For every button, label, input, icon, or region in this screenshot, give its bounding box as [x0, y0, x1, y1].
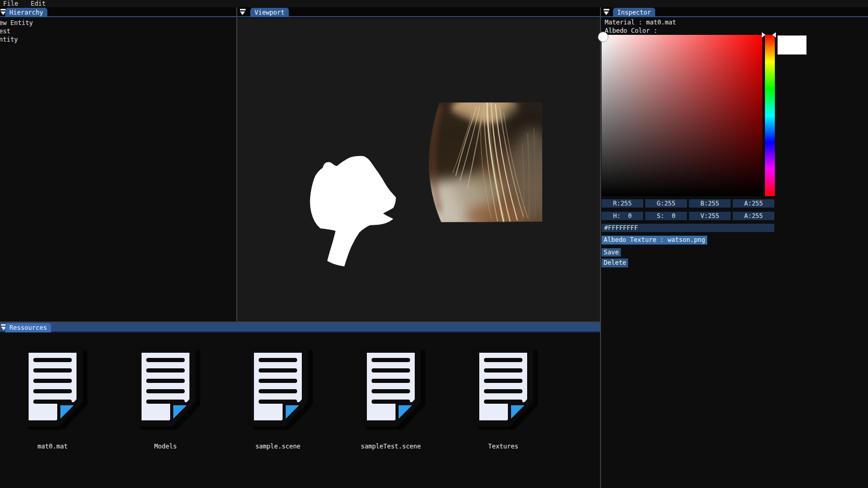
- textured-mesh-watson[interactable]: [426, 102, 542, 222]
- panel-splitter-right[interactable]: [600, 7, 601, 488]
- hex-color-field[interactable]: #FFFFFFFF: [602, 224, 774, 232]
- field-a2[interactable]: A:255: [733, 212, 774, 220]
- file-label: Textures: [449, 443, 557, 450]
- save-button[interactable]: Save: [602, 248, 621, 256]
- white-mesh-silhouette[interactable]: [307, 155, 401, 269]
- editor-window: File Edit Hierarchy New Entity Test Enti…: [0, 0, 868, 488]
- hierarchy-item[interactable]: Test: [0, 27, 236, 35]
- color-picker-cursor[interactable]: [598, 32, 608, 42]
- file-item-models[interactable]: Models: [132, 344, 199, 428]
- file-label: Models: [111, 443, 220, 450]
- albedo-texture-button[interactable]: Albedo Texture : watson.png: [602, 236, 707, 245]
- tab-hierarchy[interactable]: Hierarchy: [5, 8, 47, 17]
- document-icon: [19, 344, 86, 427]
- color-picker-hue-bar[interactable]: [765, 35, 775, 196]
- viewport-titlebar: [237, 7, 600, 17]
- document-icon: [132, 344, 199, 427]
- field-g[interactable]: G:255: [645, 199, 687, 208]
- hierarchy-item[interactable]: Entity: [0, 35, 236, 44]
- file-label: sampleTest.scene: [337, 443, 445, 450]
- hue-marker-left-icon: [762, 32, 765, 37]
- albedo-color-label: Albedo Color :: [605, 27, 657, 34]
- tab-resources[interactable]: Ressources: [5, 323, 51, 332]
- delete-button[interactable]: Delete: [602, 259, 628, 267]
- file-item-sample-scene[interactable]: sample.scene: [245, 344, 311, 428]
- collapse-arrow-icon[interactable]: [604, 9, 609, 15]
- field-r[interactable]: R:255: [602, 199, 643, 208]
- collapse-arrow-icon[interactable]: [240, 9, 246, 15]
- file-item-sampletest-scene[interactable]: sampleTest.scene: [358, 344, 424, 428]
- viewport-canvas[interactable]: [237, 18, 600, 322]
- menu-file[interactable]: File: [3, 0, 18, 7]
- file-label: sample.scene: [224, 443, 332, 450]
- file-item-textures[interactable]: Textures: [470, 344, 537, 428]
- material-header: Material : mat0.mat: [605, 19, 676, 26]
- file-label: mat0.mat: [0, 443, 107, 450]
- menu-edit[interactable]: Edit: [31, 0, 46, 7]
- field-b[interactable]: B:255: [689, 199, 731, 208]
- hierarchy-item[interactable]: New Entity: [0, 19, 236, 27]
- document-icon: [245, 344, 311, 427]
- color-preview-swatch: [777, 35, 807, 55]
- field-s[interactable]: S: 0: [645, 212, 687, 220]
- resources-titlebar: [0, 323, 600, 332]
- tab-inspector[interactable]: Inspector: [613, 8, 655, 17]
- color-picker-sv-square[interactable]: [602, 35, 762, 196]
- document-icon: [358, 344, 424, 427]
- menu-bar: File Edit: [0, 0, 868, 7]
- document-icon: [470, 344, 537, 427]
- field-a[interactable]: A:255: [733, 199, 774, 208]
- tab-viewport[interactable]: Viewport: [250, 8, 289, 17]
- file-item-mat0[interactable]: mat0.mat: [19, 344, 86, 428]
- hierarchy-list: New Entity Test Entity: [0, 18, 236, 322]
- hue-marker-right-icon: [772, 32, 776, 37]
- field-h[interactable]: H: 0: [602, 212, 643, 220]
- field-v[interactable]: V:255: [689, 212, 731, 220]
